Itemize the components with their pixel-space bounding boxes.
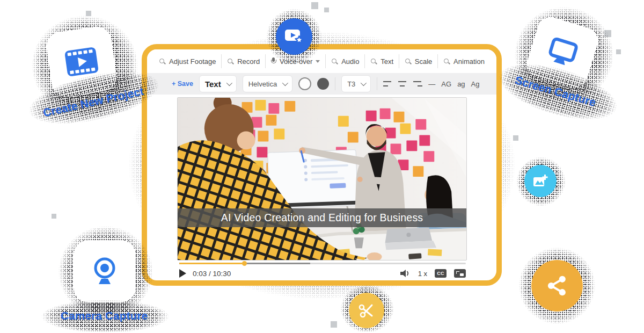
toolbar-item-animation[interactable]: Animation bbox=[443, 57, 485, 66]
time-display: 0:03 / 10:30 bbox=[193, 270, 231, 278]
toolbar-divider bbox=[335, 77, 335, 90]
caption-text: AI Video Creation and Editing for Busine… bbox=[221, 212, 423, 224]
camera-capture-sticker[interactable] bbox=[74, 240, 136, 302]
toolbar-divider bbox=[399, 54, 399, 68]
font-size-dropdown[interactable]: T3 bbox=[341, 75, 371, 92]
toolbar-divider bbox=[265, 54, 266, 68]
align-left-icon[interactable] bbox=[383, 81, 392, 87]
main-toolbar: Adjust Footage Record Voice-over Audio bbox=[147, 49, 496, 73]
progress-played bbox=[179, 263, 244, 264]
toolbar-item-adjust-footage[interactable]: Adjust Footage bbox=[159, 57, 216, 66]
dither-square bbox=[331, 321, 337, 328]
toolbar-item-text[interactable]: Text bbox=[370, 57, 393, 66]
align-right-icon[interactable] bbox=[413, 81, 422, 87]
search-icon bbox=[443, 58, 450, 65]
search-icon bbox=[159, 58, 166, 65]
mic-icon bbox=[271, 57, 276, 65]
toolbar-item-label: Adjust Footage bbox=[169, 57, 216, 66]
minus-button[interactable]: — bbox=[428, 80, 435, 88]
chevron-down-icon bbox=[316, 60, 320, 63]
save-button[interactable]: + Save bbox=[172, 80, 193, 88]
search-icon bbox=[227, 58, 234, 65]
outline-color-swatch[interactable] bbox=[298, 77, 311, 90]
play-button[interactable] bbox=[179, 269, 186, 278]
dither-square bbox=[86, 11, 91, 16]
add-image-icon bbox=[532, 173, 548, 189]
volume-icon[interactable] bbox=[400, 269, 411, 278]
toolbar-item-label: Audio bbox=[341, 57, 359, 66]
monitor-icon bbox=[544, 35, 581, 70]
toolbar-divider bbox=[325, 54, 326, 68]
dither-square bbox=[324, 8, 329, 12]
search-icon bbox=[370, 58, 377, 65]
toolbar-item-voice-over[interactable]: Voice-over bbox=[271, 57, 320, 66]
search-icon bbox=[331, 58, 338, 65]
playback-speed[interactable]: 1 x bbox=[418, 270, 427, 278]
dither-square bbox=[52, 214, 56, 219]
camera-capture-label[interactable]: Camera Capture bbox=[50, 309, 158, 322]
player-controls: 0:03 / 10:30 1 x CC bbox=[179, 266, 466, 280]
toolbar-item-label: Scale bbox=[415, 57, 433, 66]
share-icon bbox=[545, 274, 569, 298]
toolbar-divider bbox=[364, 54, 365, 68]
text-style-value: Text bbox=[205, 79, 221, 89]
dither-square bbox=[311, 2, 318, 9]
font-family-value: Helvetica bbox=[248, 80, 277, 88]
create-project-sticker[interactable] bbox=[45, 25, 119, 99]
new-video-badge[interactable] bbox=[276, 18, 312, 55]
video-scene-illustration bbox=[178, 98, 466, 260]
film-play-icon bbox=[63, 46, 100, 78]
chevron-down-icon bbox=[226, 80, 232, 86]
progress-bar[interactable] bbox=[179, 263, 466, 264]
progress-handle[interactable] bbox=[242, 261, 247, 266]
font-family-dropdown[interactable]: Helvetica bbox=[243, 75, 292, 92]
toolbar-item-label: Text bbox=[380, 57, 393, 66]
editor-window: Adjust Footage Record Voice-over Audio bbox=[142, 44, 502, 286]
toolbar-item-scale[interactable]: Scale bbox=[405, 57, 433, 66]
toolbar-divider bbox=[377, 77, 377, 90]
toolbar-item-label: Record bbox=[237, 57, 260, 66]
caps-option-ag[interactable]: ag bbox=[457, 80, 465, 88]
align-center-icon[interactable] bbox=[398, 81, 407, 87]
chevron-down-icon bbox=[361, 80, 367, 86]
cc-button[interactable]: CC bbox=[435, 269, 447, 278]
chevron-down-icon bbox=[282, 80, 288, 86]
toolbar-divider bbox=[437, 54, 438, 68]
video-preview[interactable]: AI Video Creation and Editing for Busine… bbox=[177, 97, 467, 260]
toolbar-item-label: Animation bbox=[453, 57, 485, 66]
video-star-icon bbox=[284, 28, 304, 45]
caption-bar: AI Video Creation and Editing for Busine… bbox=[178, 208, 466, 227]
font-size-value: T3 bbox=[347, 80, 355, 88]
toolbar-divider bbox=[221, 54, 222, 68]
text-style-dropdown[interactable]: Text bbox=[199, 75, 237, 92]
webcam-icon bbox=[90, 256, 120, 286]
caps-option-Ag[interactable]: Ag bbox=[471, 80, 480, 88]
fill-color-swatch[interactable] bbox=[317, 78, 329, 90]
pip-button[interactable] bbox=[454, 269, 466, 278]
scissors-icon bbox=[357, 301, 376, 320]
caps-option-AG[interactable]: AG bbox=[441, 80, 451, 88]
stage: Adjust Footage Record Voice-over Audio bbox=[0, 0, 644, 333]
share-badge[interactable] bbox=[531, 260, 583, 312]
dither-square bbox=[616, 49, 621, 54]
dither-square bbox=[604, 30, 611, 37]
format-toolbar: + Save Text Helvetica T3 — AG ag A bbox=[147, 73, 496, 95]
trim-badge[interactable] bbox=[349, 293, 384, 328]
toolbar-item-audio[interactable]: Audio bbox=[331, 57, 359, 66]
dither-square bbox=[513, 135, 518, 141]
toolbar-item-record[interactable]: Record bbox=[227, 57, 260, 66]
search-icon bbox=[405, 58, 412, 65]
add-image-badge[interactable] bbox=[524, 165, 557, 197]
toolbar-item-label: Voice-over bbox=[280, 57, 312, 66]
